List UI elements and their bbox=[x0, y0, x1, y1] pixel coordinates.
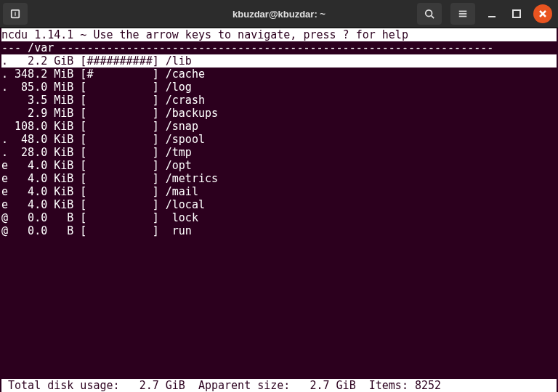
ncdu-row[interactable]: e 4.0 KiB [ ] /metrics bbox=[1, 172, 557, 185]
ncdu-row[interactable]: . 48.0 KiB [ ] /spool bbox=[1, 133, 557, 146]
ncdu-row[interactable]: e 4.0 KiB [ ] /mail bbox=[1, 185, 557, 198]
window-titlebar: kbuzdar@kbuzdar: ~ bbox=[0, 0, 558, 28]
ncdu-row[interactable]: . 28.0 KiB [ ] /tmp bbox=[1, 146, 557, 159]
ncdu-row[interactable]: . 85.0 MiB [ ] /log bbox=[1, 81, 557, 94]
svg-rect-8 bbox=[513, 10, 520, 17]
ncdu-row[interactable]: e 4.0 KiB [ ] /local bbox=[1, 198, 557, 211]
ncdu-row[interactable]: 108.0 KiB [ ] /snap bbox=[1, 120, 557, 133]
ncdu-row[interactable]: @ 0.0 B [ ] run bbox=[1, 224, 557, 237]
svg-point-2 bbox=[426, 10, 432, 17]
new-tab-button[interactable] bbox=[3, 3, 28, 25]
window-title: kbuzdar@kbuzdar: ~ bbox=[148, 9, 410, 20]
terminal-area[interactable]: ncdu 1.14.1 ~ Use the arrow keys to navi… bbox=[0, 28, 558, 392]
ncdu-row[interactable]: . 2.2 GiB [##########] /lib bbox=[1, 54, 557, 68]
close-button[interactable] bbox=[533, 4, 552, 23]
ncdu-footer: Total disk usage: 2.7 GiB Apparent size:… bbox=[1, 379, 557, 392]
menu-button[interactable] bbox=[450, 3, 475, 25]
maximize-button[interactable] bbox=[509, 6, 525, 22]
ncdu-header: ncdu 1.14.1 ~ Use the arrow keys to navi… bbox=[1, 28, 557, 41]
ncdu-row[interactable]: 3.5 MiB [ ] /crash bbox=[1, 94, 557, 107]
minimize-button[interactable] bbox=[484, 6, 500, 22]
ncdu-list[interactable]: . 2.2 GiB [##########] /lib. 348.2 MiB [… bbox=[1, 54, 557, 379]
ncdu-row[interactable]: . 348.2 MiB [# ] /cache bbox=[1, 68, 557, 81]
search-button[interactable] bbox=[417, 3, 442, 25]
ncdu-path: --- /var -------------------------------… bbox=[1, 41, 557, 54]
ncdu-row[interactable]: 2.9 MiB [ ] /backups bbox=[1, 107, 557, 120]
svg-line-3 bbox=[432, 16, 434, 19]
ncdu-row[interactable]: e 4.0 KiB [ ] /opt bbox=[1, 159, 557, 172]
ncdu-row[interactable]: @ 0.0 B [ ] lock bbox=[1, 211, 557, 224]
